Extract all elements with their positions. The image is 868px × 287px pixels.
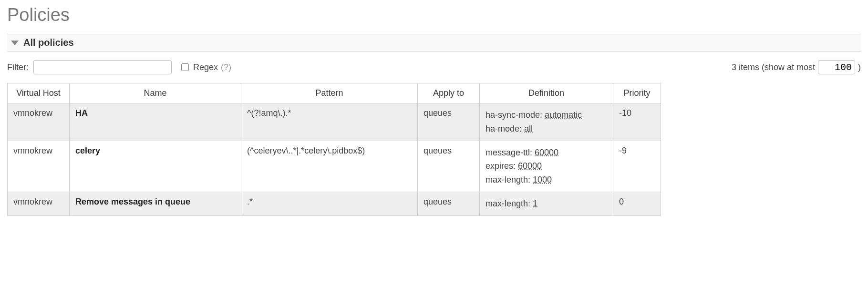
definition-value[interactable]: all xyxy=(524,124,533,133)
policy-name-link[interactable]: Remove messages in queue xyxy=(75,197,190,206)
definition-row: ha-mode: all xyxy=(486,122,607,136)
cell-pattern: ^(?!amq\.).* xyxy=(241,103,418,141)
definition-key: max-length: xyxy=(486,175,533,184)
regex-help-icon[interactable]: (?) xyxy=(221,62,231,72)
definition-value[interactable]: 60000 xyxy=(535,148,558,157)
max-items-input[interactable] xyxy=(818,60,855,74)
cell-name: celery xyxy=(70,141,241,192)
cell-name: Remove messages in queue xyxy=(70,192,241,215)
filter-right: 3 items (show at most ) xyxy=(732,60,861,74)
cell-vhost: vmnokrew xyxy=(8,103,70,141)
cell-vhost: vmnokrew xyxy=(8,141,70,192)
table-row: vmnokrewRemove messages in queue.*queues… xyxy=(8,192,661,215)
col-vhost[interactable]: Virtual Host xyxy=(8,83,70,103)
definition-key: max-length: xyxy=(486,199,533,208)
table-row: vmnokrewHA^(?!amq\.).*queuesha-sync-mode… xyxy=(8,103,661,141)
table-row: vmnokrewcelery(^celeryev\..*|.*celery\.p… xyxy=(8,141,661,192)
cell-priority: 0 xyxy=(613,192,661,215)
page-title: Policies xyxy=(7,5,861,25)
section-title: All policies xyxy=(23,37,74,48)
cell-priority: -10 xyxy=(613,103,661,141)
definition-value[interactable]: 60000 xyxy=(518,161,542,171)
items-count-text: 3 items (show at most xyxy=(732,62,815,72)
cell-apply-to: queues xyxy=(418,141,480,192)
definition-value[interactable]: 1 xyxy=(533,199,537,208)
definition-key: ha-mode: xyxy=(486,124,524,133)
cell-apply-to: queues xyxy=(418,192,480,215)
regex-checkbox[interactable] xyxy=(181,63,189,71)
cell-name: HA xyxy=(70,103,241,141)
cell-definition: max-length: 1 xyxy=(480,192,613,215)
cell-apply-to: queues xyxy=(418,103,480,141)
definition-row: max-length: 1 xyxy=(486,197,607,211)
table-header-row: Virtual Host Name Pattern Apply to Defin… xyxy=(8,83,661,103)
definition-value[interactable]: 1000 xyxy=(533,175,552,184)
col-apply-to[interactable]: Apply to xyxy=(418,83,480,103)
filter-row: Filter: Regex (?) 3 items (show at most … xyxy=(7,60,861,74)
definition-row: max-length: 1000 xyxy=(486,173,607,187)
cell-pattern: (^celeryev\..*|.*celery\.pidbox$) xyxy=(241,141,418,192)
col-priority[interactable]: Priority xyxy=(613,83,661,103)
cell-definition: message-ttl: 60000expires: 60000max-leng… xyxy=(480,141,613,192)
section-toggle[interactable]: All policies xyxy=(7,34,861,51)
definition-key: message-ttl: xyxy=(486,148,535,157)
cell-priority: -9 xyxy=(613,141,661,192)
regex-label: Regex xyxy=(193,62,218,72)
definition-value[interactable]: automatic xyxy=(545,110,582,120)
filter-input[interactable] xyxy=(33,60,172,74)
definition-key: ha-sync-mode: xyxy=(486,110,545,120)
policy-name-link[interactable]: HA xyxy=(75,108,88,118)
chevron-down-icon xyxy=(11,41,19,45)
col-definition[interactable]: Definition xyxy=(480,83,613,103)
definition-row: expires: 60000 xyxy=(486,159,607,173)
cell-vhost: vmnokrew xyxy=(8,192,70,215)
col-pattern[interactable]: Pattern xyxy=(241,83,418,103)
definition-key: expires: xyxy=(486,161,518,171)
policy-name-link[interactable]: celery xyxy=(75,146,100,155)
cell-pattern: .* xyxy=(241,192,418,215)
filter-left: Filter: Regex (?) xyxy=(7,60,231,74)
definition-row: ha-sync-mode: automatic xyxy=(486,108,607,122)
items-trailing: ) xyxy=(858,62,861,72)
definition-row: message-ttl: 60000 xyxy=(486,146,607,160)
cell-definition: ha-sync-mode: automaticha-mode: all xyxy=(480,103,613,141)
col-name[interactable]: Name xyxy=(70,83,241,103)
policies-table: Virtual Host Name Pattern Apply to Defin… xyxy=(7,83,661,216)
filter-label: Filter: xyxy=(7,62,29,72)
